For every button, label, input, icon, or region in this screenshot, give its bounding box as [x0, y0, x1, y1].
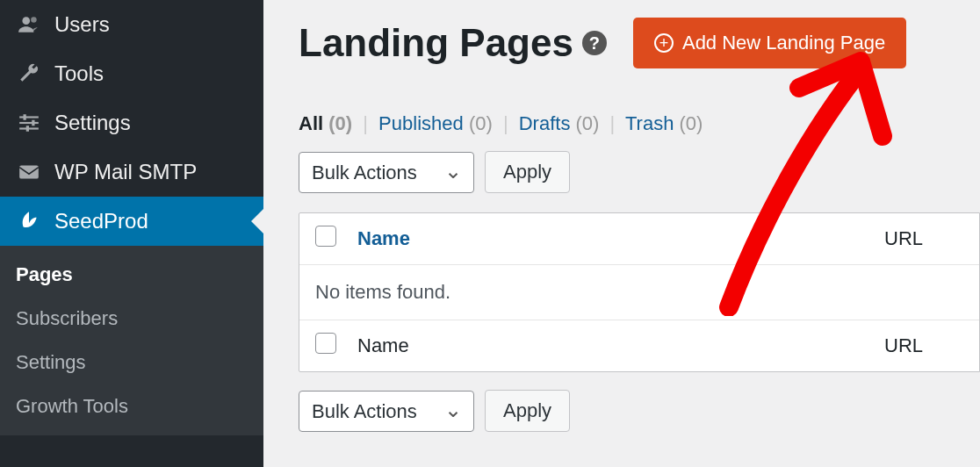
sidebar-item-seedprod[interactable]: SeedProd: [0, 197, 263, 246]
bulk-actions-select-bottom[interactable]: Bulk Actions: [299, 391, 474, 432]
sidebar-item-tools[interactable]: Tools: [0, 49, 263, 98]
mail-icon: [16, 161, 42, 183]
apply-button-bottom[interactable]: Apply: [485, 390, 570, 432]
svg-rect-6: [32, 120, 34, 126]
users-icon: [16, 13, 42, 36]
sidebar-item-users[interactable]: Users: [0, 0, 263, 49]
sidebar-label: Users: [54, 12, 110, 37]
wrench-icon: [16, 62, 42, 85]
select-all-checkbox[interactable]: [315, 226, 336, 247]
filter-trash[interactable]: Trash (0): [625, 112, 703, 134]
svg-point-0: [22, 17, 30, 25]
apply-button[interactable]: Apply: [485, 151, 570, 193]
help-icon[interactable]: ?: [582, 31, 607, 55]
svg-rect-8: [19, 165, 39, 178]
filter-all[interactable]: All (0): [299, 112, 352, 134]
svg-rect-7: [26, 126, 29, 132]
bulk-actions-top: Bulk Actions Apply: [299, 151, 980, 193]
page-title-text: Landing Pages: [299, 21, 573, 65]
add-new-landing-page-button[interactable]: + Add New Landing Page: [633, 18, 906, 68]
select-all-checkbox-footer[interactable]: [315, 333, 336, 354]
sidebar-subitem-subscribers[interactable]: Subscribers: [0, 297, 263, 341]
footer-url: URL: [884, 334, 963, 357]
empty-row: No items found.: [299, 265, 979, 320]
sidebar-subitem-pages[interactable]: Pages: [0, 253, 263, 297]
table-header: Name URL: [299, 213, 979, 265]
separator: |: [610, 112, 616, 134]
leaf-icon: [16, 210, 42, 233]
separator: |: [363, 112, 368, 134]
table-footer: Name URL: [299, 320, 979, 371]
add-button-label: Add New Landing Page: [682, 32, 885, 54]
sidebar-subitem-growth-tools[interactable]: Growth Tools: [0, 384, 263, 428]
svg-rect-2: [19, 116, 39, 118]
sidebar-label: Settings: [54, 111, 131, 135]
footer-name: Name: [357, 334, 884, 357]
landing-pages-table: Name URL No items found. Name URL: [299, 212, 980, 372]
bulk-actions-select[interactable]: Bulk Actions: [299, 152, 474, 193]
sidebar-label: SeedProd: [54, 209, 148, 234]
main-content: Landing Pages ? + Add New Landing Page A…: [263, 0, 980, 467]
sidebar-item-settings[interactable]: Settings: [0, 98, 263, 147]
header-url[interactable]: URL: [884, 227, 963, 250]
page-title: Landing Pages ?: [299, 21, 607, 65]
sidebar-label: Tools: [54, 61, 104, 86]
header-name[interactable]: Name: [357, 227, 884, 250]
sliders-icon: [16, 111, 42, 134]
sidebar-item-wpmailsmtp[interactable]: WP Mail SMTP: [0, 147, 263, 197]
sidebar-subsection: Pages Subscribers Settings Growth Tools: [0, 246, 263, 435]
sidebar-subitem-settings[interactable]: Settings: [0, 341, 263, 384]
filter-drafts[interactable]: Drafts (0): [519, 112, 600, 134]
filter-published[interactable]: Published (0): [378, 112, 493, 134]
svg-rect-5: [24, 114, 26, 120]
separator: |: [503, 112, 508, 134]
admin-sidebar: Users Tools Settings WP Mail SMTP SeedPr…: [0, 0, 263, 467]
header-row: Landing Pages ? + Add New Landing Page: [299, 18, 980, 68]
sidebar-label: WP Mail SMTP: [54, 160, 197, 184]
svg-point-1: [31, 17, 36, 22]
svg-rect-3: [19, 122, 39, 124]
bulk-actions-bottom: Bulk Actions Apply: [299, 390, 980, 432]
filter-row: All (0) | Published (0) | Drafts (0) | T…: [299, 112, 980, 135]
plus-circle-icon: +: [654, 33, 674, 53]
